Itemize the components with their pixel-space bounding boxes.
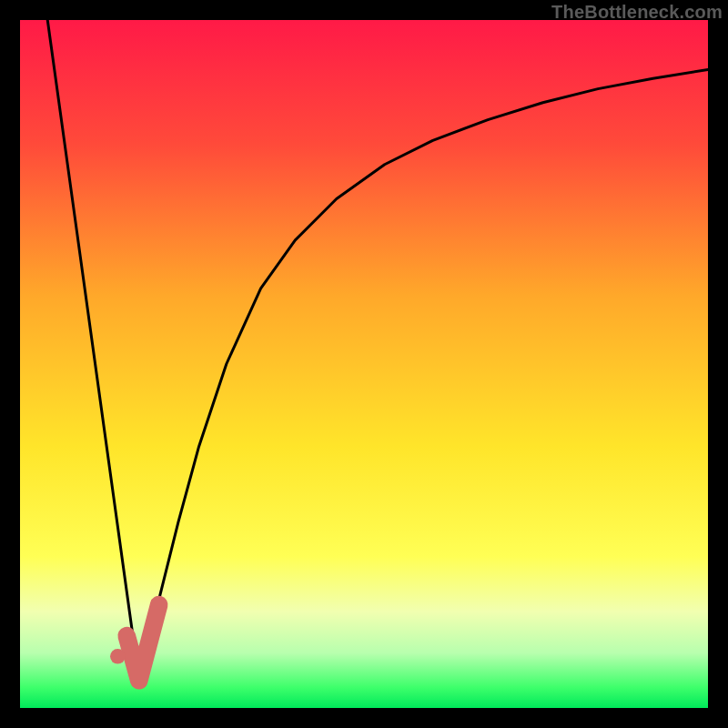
gradient-background	[20, 20, 708, 708]
chart-svg	[20, 20, 708, 708]
marker-dot-icon	[110, 649, 126, 664]
plot-area	[20, 20, 708, 708]
chart-frame: TheBottleneck.com	[0, 0, 728, 728]
watermark-text: TheBottleneck.com	[551, 2, 723, 23]
